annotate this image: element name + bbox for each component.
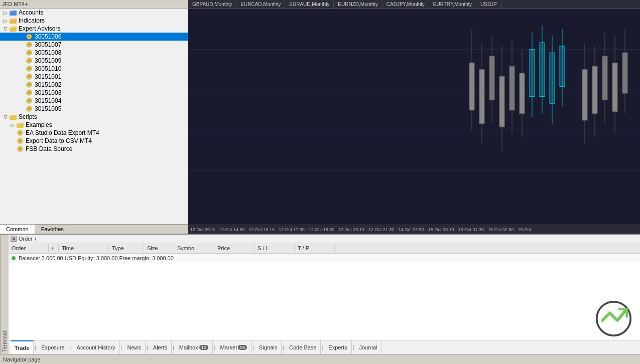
chart-tab-eurcad[interactable]: EURCAD,Monthly xyxy=(236,0,285,9)
ea-30151004-label: 30151004 xyxy=(35,97,61,104)
svg-rect-55 xyxy=(540,43,545,97)
tab-experts[interactable]: Experts xyxy=(324,340,351,354)
svg-point-21 xyxy=(28,92,30,94)
navigator-panel: JFD MT4+ ▷ Accounts ▷ xyxy=(0,0,188,234)
tree-item-ea-30051007[interactable]: 30051007 xyxy=(0,41,188,49)
time-axis: 12 Oct 2018 12 Oct 14:50 12 Oct 16:10 12… xyxy=(188,225,640,234)
tree-item-ea-30051009[interactable]: 30051009 xyxy=(0,57,188,65)
tab-mailbox[interactable]: Mailbox 12 xyxy=(175,340,213,354)
tree-item-fsb-data[interactable]: FSB Data Source xyxy=(0,145,188,153)
chart-tab-eurnzd[interactable]: EURNZD,Monthly xyxy=(334,0,382,9)
ea-item-icon xyxy=(25,81,33,88)
balance-text: Balance: 3 000.00 USD Equity: 3 000.00 F… xyxy=(19,255,174,261)
time-label-7: 14 Oct 22:50 xyxy=(396,227,426,232)
navigator-tree[interactable]: ▷ Accounts ▷ Indic xyxy=(0,9,188,224)
tree-item-export-csv[interactable]: Export Data to CSV MT4 xyxy=(0,137,188,145)
script-icon xyxy=(16,137,24,144)
tree-item-ea-30051010[interactable]: 30051010 xyxy=(0,65,188,73)
terminal-panel: Terminal ✕ Order / Order / Time Type Siz… xyxy=(0,234,640,354)
tab-favorites[interactable]: Favorites xyxy=(35,225,70,234)
chart-tab-usdjp[interactable]: USDJP xyxy=(476,0,501,9)
order-slash: / xyxy=(35,236,36,242)
col-symbol: Symbol xyxy=(174,244,214,252)
col-size: Size xyxy=(144,244,174,252)
col-sl: S / L xyxy=(254,244,295,252)
expand-indicators[interactable]: ▷ xyxy=(2,17,9,24)
tab-alerts[interactable]: Alerts xyxy=(149,340,172,354)
tree-item-ea-30051008[interactable]: 30051008 xyxy=(0,49,188,57)
table-header: Order / Time Type Size Symbol Price S / … xyxy=(9,243,640,254)
app-title: JFD MT4+ xyxy=(2,1,28,7)
tree-item-ea-30151005[interactable]: 30151005 xyxy=(0,105,188,113)
tree-item-ea-studio[interactable]: EA Studio Data Export MT4 xyxy=(0,129,188,137)
time-label-3: 12 Oct 17:30 xyxy=(277,227,307,232)
script-icon xyxy=(16,129,24,136)
svg-rect-45 xyxy=(489,56,494,100)
ea-item-icon xyxy=(25,41,33,48)
tree-item-expert-advisors[interactable]: ▽ Expert Advisors xyxy=(0,25,188,33)
svg-point-19 xyxy=(28,84,30,86)
expand-examples[interactable]: ▷ xyxy=(9,121,16,128)
expand-scripts[interactable]: ▽ xyxy=(2,113,9,120)
fsb-data-label: FSB Data Source xyxy=(26,145,72,152)
tab-news[interactable]: News xyxy=(123,340,146,354)
tree-item-ea-30151003[interactable]: 30151003 xyxy=(0,89,188,97)
script-icon xyxy=(16,145,24,152)
ea-30151005-label: 30151005 xyxy=(35,105,61,112)
chart-area: GBPAUD,Monthly EURCAD,Monthly EURAUD,Mon… xyxy=(188,0,640,234)
tab-exposure[interactable]: Exposure xyxy=(37,340,69,354)
svg-rect-51 xyxy=(520,73,525,114)
svg-point-17 xyxy=(28,76,30,78)
tree-item-ea-30151004[interactable]: 30151004 xyxy=(0,97,188,105)
chart-tab-euraud[interactable]: EURAUD,Monthly xyxy=(285,0,334,9)
expand-ea[interactable]: ▽ xyxy=(2,25,9,32)
indicators-label: Indicators xyxy=(19,17,45,24)
export-csv-label: Export Data to CSV MT4 xyxy=(26,137,92,144)
indicators-icon xyxy=(9,17,17,24)
tree-item-examples[interactable]: ▷ Examples xyxy=(0,121,188,129)
svg-point-9 xyxy=(28,44,30,46)
svg-rect-29 xyxy=(17,123,20,124)
svg-rect-1 xyxy=(10,11,13,12)
tree-item-accounts[interactable]: ▷ Accounts xyxy=(0,9,188,17)
ea-30051009-label: 30051009 xyxy=(35,57,61,64)
tree-item-ea-30151001[interactable]: 30151001 xyxy=(0,73,188,81)
ea-item-icon xyxy=(25,57,33,64)
svg-rect-57 xyxy=(550,53,555,103)
col-tp: T / P xyxy=(295,244,335,252)
expand-accounts[interactable]: ▷ xyxy=(2,9,9,16)
svg-rect-41 xyxy=(469,63,474,110)
chart-tab-gbpaud[interactable]: GBPAUD,Monthly xyxy=(188,0,236,9)
ea-item-icon xyxy=(25,49,33,56)
chart-tab-cadjpy[interactable]: CADJPY,Monthly xyxy=(382,0,429,9)
balance-indicator xyxy=(12,256,16,260)
chart-tab-eurtry[interactable]: EURTRY,Monthly xyxy=(429,0,476,9)
svg-rect-63 xyxy=(592,66,597,113)
ea-30151003-label: 30151003 xyxy=(35,89,61,96)
tab-trade[interactable]: Trade xyxy=(11,340,34,354)
time-label-10: 15 Oct 02:50 xyxy=(486,227,516,232)
ea-30051010-label: 30051010 xyxy=(35,65,61,72)
tab-signals[interactable]: Signals xyxy=(255,340,282,354)
chart-canvas[interactable] xyxy=(188,9,640,225)
tab-common[interactable]: Common xyxy=(0,225,35,234)
tree-item-indicators[interactable]: ▷ Indicators xyxy=(0,17,188,25)
tab-journal[interactable]: Journal xyxy=(355,340,381,354)
ea-30051007-label: 30051007 xyxy=(35,41,61,48)
tab-market[interactable]: Market 95 xyxy=(216,340,252,354)
tab-codebase[interactable]: Code Base xyxy=(285,340,321,354)
ea-30151001-label: 30151001 xyxy=(35,73,61,80)
svg-rect-27 xyxy=(10,115,13,116)
close-button[interactable]: ✕ xyxy=(11,236,17,242)
tab-account-history[interactable]: Account History xyxy=(73,340,120,354)
svg-rect-43 xyxy=(479,70,484,124)
balance-row: Balance: 3 000.00 USD Equity: 3 000.00 F… xyxy=(9,254,640,263)
status-text: Navigator page xyxy=(3,356,41,362)
ea-item-icon xyxy=(25,89,33,96)
tree-item-scripts[interactable]: ▽ Scripts xyxy=(0,113,188,121)
svg-rect-61 xyxy=(582,70,587,120)
time-label-5: 12 Oct 20:10 xyxy=(336,227,366,232)
tree-item-ea-30051006[interactable]: 30051006 xyxy=(0,33,188,41)
candlestick-chart xyxy=(188,9,640,225)
tree-item-ea-30151002[interactable]: 30151002 xyxy=(0,81,188,89)
